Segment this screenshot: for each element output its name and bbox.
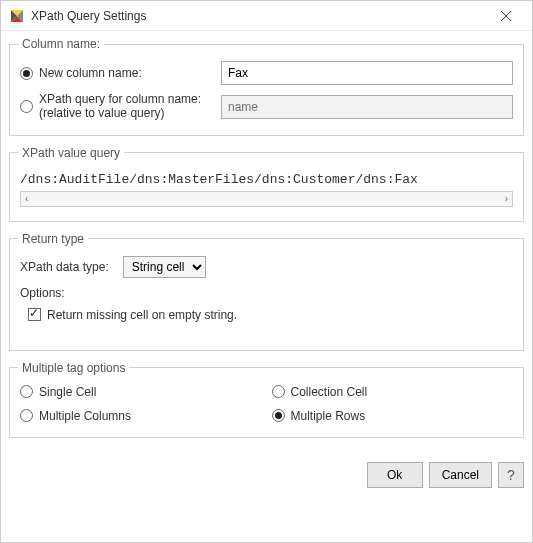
label-new-column: New column name: — [39, 66, 142, 80]
label-options: Options: — [20, 286, 513, 300]
help-button[interactable]: ? — [498, 462, 524, 488]
scroll-left-icon[interactable]: ‹ — [25, 193, 28, 204]
checkbox-return-missing[interactable] — [28, 308, 41, 321]
label-single-cell: Single Cell — [39, 385, 96, 399]
help-icon: ? — [507, 467, 515, 483]
label-data-type: XPath data type: — [20, 260, 109, 274]
group-value-query: XPath value query /dns:AuditFile/dns:Mas… — [9, 146, 524, 222]
group-multiple-tag: Multiple tag options Single Cell Collect… — [9, 361, 524, 438]
app-icon — [9, 8, 25, 24]
cancel-button[interactable]: Cancel — [429, 462, 492, 488]
label-return-missing: Return missing cell on empty string. — [47, 308, 237, 322]
input-xpath-column[interactable] — [221, 95, 513, 119]
group-return-type: Return type XPath data type: String cell… — [9, 232, 524, 351]
radio-xpath-column[interactable] — [20, 100, 33, 113]
group-column-name: Column name: New column name: XPath quer… — [9, 37, 524, 136]
dialog-buttons: Ok Cancel ? — [1, 456, 532, 494]
scroll-right-icon[interactable]: › — [505, 193, 508, 204]
legend-return-type: Return type — [18, 232, 88, 246]
value-query-text[interactable]: /dns:AuditFile/dns:MasterFiles/dns:Custo… — [20, 170, 513, 191]
legend-column-name: Column name: — [18, 37, 104, 51]
select-data-type[interactable]: String cell — [123, 256, 206, 278]
titlebar: XPath Query Settings — [1, 1, 532, 31]
label-multiple-columns: Multiple Columns — [39, 409, 131, 423]
value-query-scrollbar[interactable]: ‹ › — [20, 191, 513, 207]
radio-multiple-columns[interactable] — [20, 409, 33, 422]
legend-multiple-tag: Multiple tag options — [18, 361, 129, 375]
input-new-column[interactable] — [221, 61, 513, 85]
close-icon[interactable] — [486, 2, 526, 30]
radio-new-column[interactable] — [20, 67, 33, 80]
label-multiple-rows: Multiple Rows — [291, 409, 366, 423]
label-collection-cell: Collection Cell — [291, 385, 368, 399]
label-xpath-column: XPath query for column name: (relative t… — [39, 93, 201, 121]
ok-button[interactable]: Ok — [367, 462, 423, 488]
radio-collection-cell[interactable] — [272, 385, 285, 398]
window-title: XPath Query Settings — [31, 9, 146, 23]
legend-value-query: XPath value query — [18, 146, 124, 160]
radio-multiple-rows[interactable] — [272, 409, 285, 422]
radio-single-cell[interactable] — [20, 385, 33, 398]
